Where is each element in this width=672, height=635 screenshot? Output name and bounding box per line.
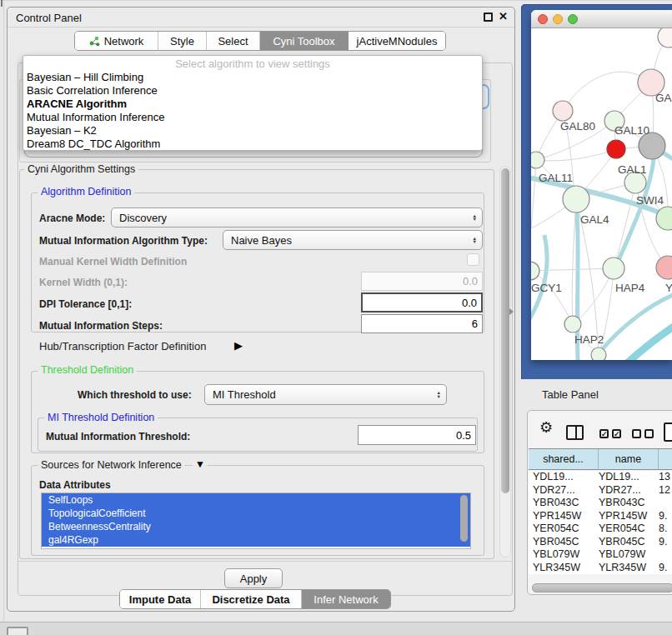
control-panel-titlebar: Control Panel ✕ <box>8 8 514 28</box>
tab-impute-data[interactable]: Impute Data <box>120 590 201 608</box>
node-hap2[interactable] <box>564 316 581 332</box>
cell-name: YER054C <box>599 522 659 536</box>
node-bottom-partial[interactable] <box>591 348 606 360</box>
node-label: HAP2 <box>574 333 604 346</box>
algorithm-definition-title: Algorithm Definition <box>38 187 134 198</box>
list-item[interactable]: BetweennessCentrality <box>42 520 470 533</box>
table-row[interactable]: YPR145W YPR145W 9. <box>529 510 672 523</box>
algorithm-option[interactable]: Bayesian – K2 <box>23 124 482 138</box>
column-header-shared-name[interactable]: shared... <box>529 449 599 469</box>
algorithm-option[interactable]: Dream8 DC_TDC Algorithm <box>23 138 482 151</box>
cell-name: YBR045C <box>599 536 659 549</box>
table-row[interactable]: YDR27... YDR27... 12 <box>529 484 672 498</box>
sources-expander-down-icon[interactable]: ▼ <box>193 458 208 470</box>
node-gcy1[interactable] <box>531 262 539 280</box>
node-label: GCY1 <box>531 282 562 294</box>
tab-infer-network[interactable]: Infer Network <box>302 590 390 608</box>
network-canvas[interactable]: GAL GAL80 GAL10 GAL1 GAL11 SWI4 GAL4 GCY… <box>531 28 672 360</box>
deselect-all-icon[interactable] <box>632 429 641 438</box>
table-hscrollbar-thumb[interactable] <box>532 583 672 592</box>
stepper-icon: ▲▼ <box>437 391 441 398</box>
hub-expander-label[interactable]: Hub/Transcription Factor Definition <box>39 340 206 352</box>
cell-value <box>659 548 672 562</box>
cyni-algorithm-settings-title: Cyni Algorithm Settings <box>24 164 138 175</box>
table-row[interactable]: YDL19... YDL19... 13 <box>529 471 672 484</box>
node-gal4[interactable] <box>563 186 589 212</box>
table-panel-title: Table Panel <box>542 388 599 401</box>
float-window-icon[interactable] <box>484 12 493 22</box>
algorithm-option[interactable]: Bayesian – Hill Climbing <box>23 71 482 84</box>
node-gal11[interactable] <box>531 152 544 168</box>
node-label: GAL10 <box>614 124 649 137</box>
table-row[interactable]: YBR045C YBR045C 9. <box>529 536 672 549</box>
gear-icon[interactable]: ⚙ <box>539 418 553 437</box>
list-item[interactable]: gal4RGexp <box>42 533 470 547</box>
node-top-partial[interactable] <box>658 28 672 48</box>
algorithm-option[interactable]: Mutual Information Inference <box>23 111 482 124</box>
kernel-width-input[interactable] <box>361 272 483 291</box>
mi-algorithm-type-value: Naive Bayes <box>231 234 292 247</box>
tab-discretize-data[interactable]: Discretize Data <box>201 590 302 608</box>
mac-minimize-icon[interactable] <box>553 14 563 24</box>
select-all-checked-icon[interactable]: ✓ <box>612 429 621 438</box>
control-panel-window: Control Panel ✕ Network Style Select <box>7 7 515 612</box>
mi-steps-label: Mutual Information Steps: <box>39 320 163 332</box>
cell-shared-name: YER054C <box>529 522 599 536</box>
column-header-partial[interactable] <box>659 449 672 469</box>
list-item[interactable]: SelfLoops <box>42 493 470 507</box>
aracne-mode-select[interactable]: Discovery ▲▼ <box>111 208 483 228</box>
node-gal80[interactable] <box>553 101 573 121</box>
mi-threshold-input[interactable] <box>358 425 476 445</box>
tab-network[interactable]: Network <box>75 32 158 50</box>
node-label: GAL1 <box>618 163 647 176</box>
list-scrollbar-thumb[interactable] <box>460 495 468 542</box>
column-header-name[interactable]: name <box>599 449 659 469</box>
select-all-checked-icon[interactable]: ✓ <box>599 429 609 438</box>
cell-value: 9. <box>659 562 672 575</box>
dpi-tolerance-label: DPI Tolerance [0,1]: <box>39 298 132 310</box>
cell-name: YLR345W <box>599 562 659 575</box>
table-row[interactable]: YER054C YER054C 8. <box>529 522 672 536</box>
hub-expander-right-icon[interactable]: ▶ <box>234 339 243 352</box>
cell-shared-name: YBL079W <box>529 548 599 562</box>
node-y-partial[interactable] <box>656 256 672 279</box>
settings-bottom-separator <box>18 561 512 562</box>
table-header-row: shared... name <box>529 448 672 470</box>
export-table-icon[interactable] <box>664 422 672 442</box>
tab-select[interactable]: Select <box>207 32 260 50</box>
node-label: GAL4 <box>580 213 609 226</box>
cell-value: 12 <box>659 484 672 498</box>
threshold-definition-title: Threshold Definition <box>38 365 137 376</box>
table-row[interactable]: YBR043C YBR043C <box>529 497 672 510</box>
mi-threshold-label: Mutual Information Threshold: <box>46 431 190 442</box>
tab-style[interactable]: Style <box>158 32 207 50</box>
dpi-tolerance-input[interactable] <box>361 292 483 312</box>
tab-cyni-toolbox[interactable]: Cyni Toolbox <box>260 32 349 50</box>
cell-shared-name: YLR345W <box>529 562 599 575</box>
settings-scrollbar-thumb[interactable] <box>501 168 509 493</box>
node-red[interactable] <box>607 140 625 158</box>
algorithm-option-selected[interactable]: ARACNE Algorithm <box>23 98 482 111</box>
cell-name: YBR043C <box>599 497 659 510</box>
cell-value: 13 <box>659 471 672 484</box>
manual-kernel-width-checkbox[interactable] <box>467 253 479 266</box>
mi-algorithm-type-select[interactable]: Naive Bayes ▲▼ <box>223 230 483 250</box>
node-label: HAP4 <box>615 282 645 294</box>
network-window-titlebar[interactable] <box>531 10 672 28</box>
deselect-all-icon[interactable] <box>644 429 654 438</box>
table-row[interactable]: YLR345W YLR345W 9. <box>529 562 672 575</box>
algorithm-option[interactable]: Basic Correlation Inference <box>23 84 482 98</box>
tab-jactivemnodules[interactable]: jActiveMNodules <box>349 32 445 50</box>
mac-close-icon[interactable] <box>538 14 548 24</box>
close-panel-icon[interactable]: ✕ <box>499 10 508 22</box>
mac-zoom-icon[interactable] <box>568 14 578 24</box>
apply-button[interactable]: Apply <box>224 568 283 588</box>
list-item[interactable]: TopologicalCoefficient <box>42 507 470 520</box>
mi-steps-input[interactable] <box>361 314 483 333</box>
table-row[interactable]: YBL079W YBL079W <box>529 548 672 562</box>
node-hap4[interactable] <box>603 258 624 279</box>
column-view-icon[interactable] <box>566 425 584 440</box>
panel-splitter-arrow[interactable] <box>509 308 514 315</box>
mini-panel-icon[interactable] <box>7 627 28 635</box>
which-threshold-select[interactable]: MI Threshold ▲▼ <box>204 384 447 405</box>
